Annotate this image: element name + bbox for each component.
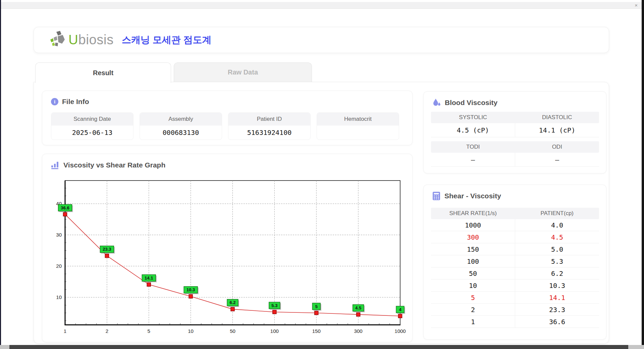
svg-text:14.1: 14.1 (145, 276, 153, 281)
blood-viscosity-header: Blood Viscosity (432, 98, 497, 107)
svg-text:23.3: 23.3 (103, 247, 111, 252)
viscosity-chart: 102030401251050100150300100036.623.314.1… (46, 175, 411, 335)
table-row: 150 5.0 (431, 243, 599, 255)
field-label: Hematocrit (317, 113, 399, 126)
table-header-row: SHEAR RATE(1/s) PATIENT(cp) (431, 208, 599, 219)
svg-text:150: 150 (312, 328, 321, 334)
field-label: Patient ID (228, 113, 310, 126)
svg-text:50: 50 (230, 328, 235, 334)
col-odi: ODI (515, 144, 599, 150)
close-icon[interactable]: × (635, 2, 638, 8)
graph-header: Viscosity vs Shear Rate Graph (51, 161, 165, 169)
patient-cell: 4.5 (515, 231, 599, 243)
app-title-korean: 스캐닝 모세관 점도계 (122, 34, 212, 46)
ubiosis-logo: Ubiosis (49, 31, 114, 49)
horizontal-scrollbar[interactable] (0, 345, 644, 349)
logo-word-rest: biosis (78, 32, 113, 47)
col-patient: PATIENT(cp) (515, 210, 599, 217)
svg-text:10: 10 (56, 294, 62, 300)
patient-cell: 4.0 (515, 219, 599, 231)
diastolic-value: 14.1 (cP) (515, 123, 599, 137)
calculator-icon (432, 192, 441, 200)
window-border-left (0, 0, 1, 349)
info-icon: i (51, 98, 58, 105)
blood-viscosity-panel: Blood Viscosity SYSTOLIC DIASTOLIC 4.5 (… (423, 91, 606, 173)
shear-rate-cell: 1000 (431, 219, 515, 231)
patient-cell: 14.1 (515, 292, 599, 304)
table-row: 300 4.5 (431, 231, 599, 243)
svg-text:5: 5 (148, 328, 150, 334)
shear-rate-cell: 300 (431, 231, 515, 243)
table-row: 1000 4.0 (431, 219, 599, 231)
svg-text:2: 2 (106, 328, 108, 334)
table-row: 4.5 (cP) 14.1 (cP) (431, 123, 599, 137)
shear-viscosity-title: Shear - Viscosity (444, 192, 501, 200)
shear-rate-cell: 1 (431, 316, 515, 328)
col-shear-rate: SHEAR RATE(1/s) (431, 210, 515, 217)
window-titlebar: × (1, 2, 642, 9)
field-assembly: Assembly 000683130 (140, 112, 222, 140)
file-info-panel: i File Info Scanning Date 2025-06-13 Ass… (42, 91, 413, 145)
svg-text:20: 20 (56, 263, 62, 269)
table-row: 100 5.3 (431, 255, 599, 267)
shear-rate-cell: 50 (431, 267, 515, 280)
table-header-row: SYSTOLIC DIASTOLIC (431, 112, 599, 123)
viscosity-graph-panel: Viscosity vs Shear Rate Graph 1020304012… (42, 154, 413, 342)
file-info-fields: Scanning Date 2025-06-13 Assembly 000683… (51, 112, 399, 140)
file-info-title: File Info (62, 98, 89, 106)
odi-value: – (515, 153, 599, 167)
svg-text:5.3: 5.3 (271, 303, 277, 308)
tab-result[interactable]: Result (35, 62, 171, 83)
field-label: Scanning Date (51, 113, 133, 126)
shear-viscosity-table: SHEAR RATE(1/s) PATIENT(cp) 1000 4.0 300… (431, 208, 599, 328)
logo-wordmark: Ubiosis (68, 32, 114, 47)
svg-text:100: 100 (270, 328, 279, 334)
patient-cell: 23.3 (515, 304, 599, 316)
table-row: – – (431, 153, 599, 167)
svg-text:1: 1 (64, 328, 66, 334)
field-label: Assembly (140, 113, 222, 126)
graph-title: Viscosity vs Shear Rate Graph (63, 161, 165, 169)
svg-text:36.6: 36.6 (61, 205, 69, 210)
svg-text:300: 300 (354, 328, 363, 334)
table-row: 5 14.1 (431, 292, 599, 304)
field-value: 2025-06-13 (51, 126, 133, 140)
bar-chart-icon (51, 161, 60, 169)
logo-letter-u: U (68, 32, 78, 47)
table-row: 1 36.6 (431, 316, 599, 328)
file-info-header: i File Info (51, 98, 89, 106)
header-card: Ubiosis 스캐닝 모세관 점도계 (34, 27, 609, 53)
col-diastolic: DIASTOLIC (515, 114, 599, 121)
svg-text:4.5: 4.5 (355, 305, 361, 310)
svg-text:10: 10 (188, 328, 194, 334)
todi-value: – (431, 153, 515, 167)
shear-rate-cell: 10 (431, 280, 515, 292)
tab-raw-data[interactable]: Raw Data (174, 62, 312, 82)
svg-text:6.2: 6.2 (229, 300, 235, 305)
field-value (317, 126, 399, 140)
svg-text:4: 4 (399, 307, 401, 312)
scrollbar-thumb[interactable] (9, 345, 628, 349)
svg-text:5: 5 (315, 304, 318, 309)
blood-viscosity-title: Blood Viscosity (445, 99, 497, 107)
shear-rate-cell: 150 (431, 243, 515, 255)
shear-viscosity-panel: Shear - Viscosity SHEAR RATE(1/s) PATIEN… (423, 185, 606, 340)
ubiosis-logo-icon (49, 31, 67, 49)
table-header-row: TODI ODI (431, 141, 599, 153)
blood-viscosity-table: SYSTOLIC DIASTOLIC 4.5 (cP) 14.1 (cP) TO… (431, 112, 599, 167)
shear-rate-cell: 5 (431, 292, 515, 304)
app-window: { "window": { "close_icon": "×" }, "head… (0, 0, 644, 349)
window-border-right (642, 0, 644, 349)
field-hematocrit: Hematocrit (317, 112, 399, 140)
patient-cell: 36.6 (515, 316, 599, 328)
field-value: 51631924100 (228, 126, 310, 140)
systolic-value: 4.5 (cP) (431, 123, 515, 137)
shear-rate-cell: 2 (431, 304, 515, 316)
patient-cell: 5.0 (515, 243, 599, 255)
table-row: 10 10.3 (431, 280, 599, 292)
shear-rate-cell: 100 (431, 255, 515, 267)
field-scanning-date: Scanning Date 2025-06-13 (51, 112, 133, 140)
svg-text:30: 30 (56, 232, 62, 238)
field-patient-id: Patient ID 51631924100 (228, 112, 311, 140)
patient-cell: 5.3 (515, 255, 599, 267)
